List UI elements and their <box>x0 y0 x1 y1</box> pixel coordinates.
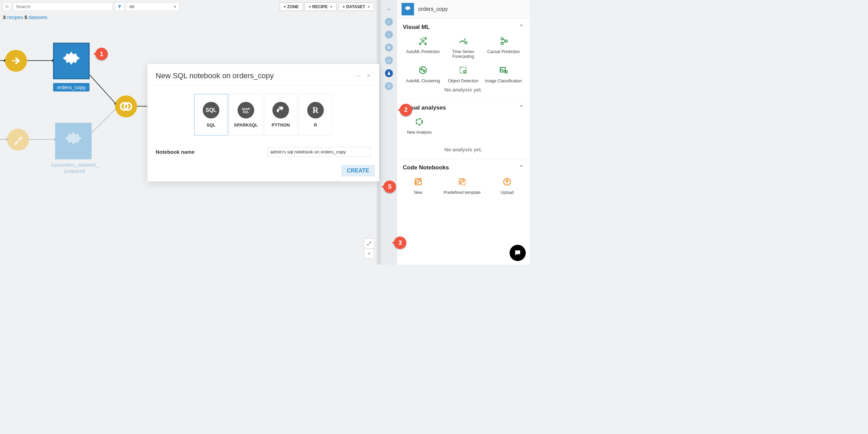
zoom-in-button[interactable]: + <box>364 249 374 258</box>
callout-3: 3 <box>394 236 406 249</box>
notebook-name-label: Notebook name <box>156 149 194 155</box>
notebook-type-r[interactable]: R R <box>299 94 332 135</box>
customers-stacked-label: customers_stacked_ prepared <box>46 162 104 174</box>
svg-point-35 <box>416 119 422 125</box>
comment-icon[interactable] <box>385 56 393 64</box>
close-icon[interactable]: ✕ <box>366 72 371 79</box>
image-classification-icon <box>498 65 509 76</box>
svg-line-1 <box>8 7 8 8</box>
new-analysis-icon <box>414 116 425 127</box>
sparksql-icon: sparkSQL <box>238 102 254 119</box>
right-icon-strip: → ＋ i <box>381 0 397 265</box>
chevron-up-icon[interactable]: ⌃ <box>519 23 524 30</box>
visual-analyses-empty: No analysis yet. <box>403 143 524 154</box>
join-recipe-node[interactable] <box>115 96 137 118</box>
svg-rect-16 <box>387 46 390 47</box>
image-classification-button[interactable]: Image Classification <box>483 65 524 83</box>
sync-recipe-node[interactable] <box>5 50 27 72</box>
new-notebook-icon <box>413 177 424 187</box>
code-notebooks-section: Code Notebooks ⌃ New Predefined template… <box>397 159 530 200</box>
svg-point-32 <box>464 70 466 73</box>
predefined-template-button[interactable]: Predefined template <box>444 177 481 195</box>
new-analysis-button[interactable]: New Analysis <box>407 116 432 135</box>
customers-stacked-prepared-node[interactable] <box>55 123 91 159</box>
sql-icon: SQL <box>203 102 220 119</box>
object-detection-button[interactable]: Object Detection <box>443 65 484 83</box>
prepare-recipe-node[interactable] <box>7 129 29 151</box>
chevron-up-icon[interactable]: ⌃ <box>519 164 524 171</box>
new-notebook-button[interactable]: New <box>413 177 424 195</box>
svg-point-21 <box>419 43 421 44</box>
python-icon <box>273 102 289 119</box>
expand-panel-icon[interactable]: → <box>385 5 393 13</box>
right-panel-title: orders_copy <box>418 6 448 12</box>
filter-dropdown[interactable]: All ▼ <box>126 2 179 11</box>
dataset-icon <box>402 3 414 16</box>
modal-title: New SQL notebook on orders_copy <box>156 71 274 80</box>
info-icon[interactable]: i <box>385 31 393 38</box>
recipes-count: 3 <box>3 15 6 20</box>
clustering-icon <box>418 65 429 76</box>
svg-point-20 <box>422 40 424 42</box>
datasets-link[interactable]: datasets <box>29 15 47 20</box>
right-panel-header: orders_copy <box>397 0 530 18</box>
automl-prediction-button[interactable]: AutoML Prediction <box>403 36 443 59</box>
svg-point-23 <box>425 43 426 44</box>
svg-rect-17 <box>387 47 390 48</box>
callout-5: 5 <box>384 181 396 193</box>
minimize-icon[interactable]: — <box>355 72 361 79</box>
chevron-down-icon: ▼ <box>367 5 370 9</box>
orders-copy-label: orders_copy <box>53 83 89 91</box>
chevron-down-icon: ▼ <box>174 5 176 9</box>
add-zone-button[interactable]: + ZONE <box>280 2 303 11</box>
notebook-type-sparksql[interactable]: sparkSQL SPARKSQL <box>229 94 263 135</box>
code-notebooks-title: Code Notebooks <box>403 164 449 171</box>
svg-point-24 <box>465 41 467 44</box>
svg-point-28 <box>419 67 426 73</box>
svg-line-12 <box>92 109 116 133</box>
causal-prediction-button[interactable]: Causal Prediction <box>483 36 524 59</box>
svg-line-6 <box>90 75 116 104</box>
visual-ml-section: Visual ML ⌃ AutoML Prediction Time Serie… <box>397 18 530 99</box>
timeseries-forecasting-button[interactable]: Time Series Forecasting <box>443 36 484 59</box>
orders-copy-dataset-node[interactable] <box>53 43 89 79</box>
svg-point-34 <box>505 71 507 73</box>
object-detection-icon <box>458 65 469 76</box>
create-button[interactable]: CREATE <box>342 165 375 177</box>
upload-icon <box>502 177 513 187</box>
automl-clustering-button[interactable]: AutoML Clustering <box>403 65 443 83</box>
visual-analyses-section: Visual analyses ⌃ New Analysis No analys… <box>397 99 530 159</box>
search-input[interactable] <box>13 2 113 11</box>
svg-point-26 <box>501 42 503 45</box>
chat-bubble[interactable] <box>509 245 526 261</box>
svg-point-0 <box>6 5 8 7</box>
causal-icon <box>498 36 509 47</box>
svg-point-22 <box>425 38 426 39</box>
add-dataset-button[interactable]: + DATASET▼ <box>338 2 374 11</box>
chevron-down-icon: ▼ <box>330 5 332 9</box>
visual-ml-empty: No analysis yet. <box>403 83 524 94</box>
automl-prediction-icon <box>418 36 429 47</box>
svg-point-25 <box>501 38 503 40</box>
notebook-name-input[interactable] <box>267 147 371 156</box>
zoom-fit-button[interactable] <box>364 239 374 249</box>
zoom-controls: + <box>364 239 374 259</box>
notebook-type-sql[interactable]: SQL SQL <box>194 94 228 135</box>
lab-icon[interactable] <box>385 69 393 77</box>
add-icon[interactable]: ＋ <box>385 18 393 26</box>
new-notebook-modal: New SQL notebook on orders_copy — ✕ SQL … <box>147 64 379 181</box>
search-icon[interactable] <box>3 2 11 11</box>
recipes-link[interactable]: recipes <box>7 15 23 20</box>
notebook-type-python[interactable]: PYTHON <box>264 94 298 135</box>
upload-notebook-button[interactable]: Upload <box>501 177 514 195</box>
visual-ml-title: Visual ML <box>403 23 430 30</box>
chevron-up-icon[interactable]: ⌃ <box>519 104 524 111</box>
top-toolbar: All ▼ + ZONE + RECIPE▼ + DATASET▼ <box>0 0 377 13</box>
history-icon[interactable] <box>385 82 393 90</box>
list-icon[interactable] <box>385 44 393 51</box>
svg-point-30 <box>423 70 425 71</box>
filter-dropdown-label: All <box>129 4 134 10</box>
filter-icon[interactable] <box>115 2 124 11</box>
add-recipe-button[interactable]: + RECIPE▼ <box>305 2 337 11</box>
right-panel: orders_copy Visual ML ⌃ AutoML Predictio… <box>397 0 530 265</box>
